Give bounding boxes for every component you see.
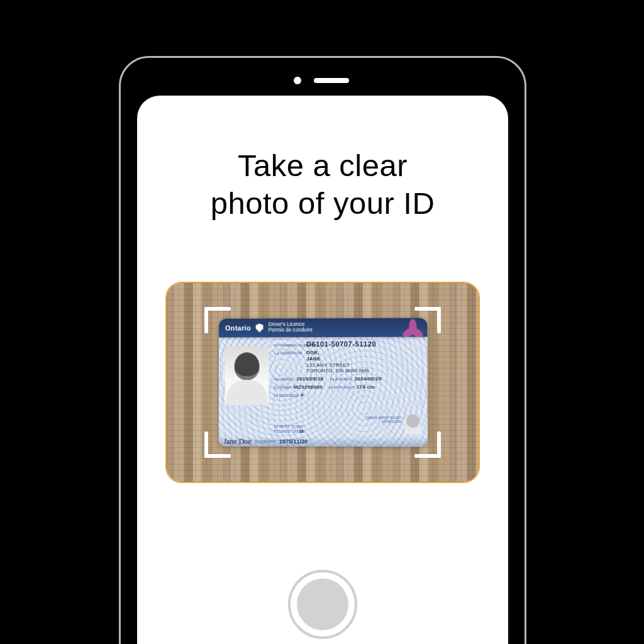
id-hgt: 178 cm bbox=[357, 385, 375, 391]
instruction-line1: Take a clear bbox=[238, 148, 408, 182]
id-iss-label: 4b ISS/DÉL bbox=[274, 377, 294, 381]
id-address2: TORONTO, ON M0M 0M0 bbox=[306, 369, 369, 374]
shutter-button[interactable] bbox=[288, 570, 357, 639]
id-header: Ontario Driver's Licence Permis de condu… bbox=[219, 318, 427, 338]
id-iss: 2019/05/28 bbox=[296, 377, 323, 382]
id-microprint: D6101-50707-51120 1975/11/20 bbox=[366, 416, 401, 424]
id-micro-dob: 1975/11/20 bbox=[366, 420, 401, 425]
id-title-fr: Permis de conduire bbox=[269, 327, 313, 333]
id-exp: 2024/05/29 bbox=[355, 377, 382, 382]
id-class: G bbox=[300, 429, 304, 434]
id-class-block: 12 REST/ COND. 9 CLASS/ CATÉG. G bbox=[274, 424, 304, 434]
camera-viewport[interactable]: Ontario Driver's Licence Permis de condu… bbox=[165, 282, 480, 483]
instruction-text: Take a clear photo of your ID bbox=[137, 147, 508, 223]
id-number: D6101-50707-51120 bbox=[306, 340, 376, 348]
shutter-button-inner-icon bbox=[297, 579, 348, 630]
stage: Take a clear photo of your ID Ontario bbox=[0, 0, 644, 644]
id-dob-label: 3 DOB/DDN bbox=[255, 440, 276, 443]
id-sex-label: 15 SEX/SEXE bbox=[274, 394, 299, 397]
id-ddref-label: 5 DD/REF bbox=[274, 386, 292, 389]
instruction-line2: photo of your ID bbox=[211, 186, 435, 220]
id-rest-label: 12 REST/ COND. bbox=[274, 425, 300, 428]
phone-frame: Take a clear photo of your ID Ontario bbox=[119, 56, 526, 644]
trillium-icon bbox=[404, 320, 421, 336]
id-dob: 1975/11/20 bbox=[279, 438, 308, 445]
id-exp-label: 4a EXP/EXP bbox=[330, 377, 352, 381]
phone-speaker-icon bbox=[314, 78, 349, 83]
id-surname: DOE, bbox=[306, 350, 319, 356]
id-address1: 123 ANY STREET bbox=[306, 363, 350, 369]
id-title: Driver's Licence Permis de conduire bbox=[269, 323, 313, 333]
id-hgt-label: 16 HGT/HAUT bbox=[328, 386, 354, 389]
id-bottom-strip: Jane Doe 3 DOB/DDN 1975/11/20 bbox=[219, 436, 428, 447]
id-sex: F bbox=[301, 393, 304, 399]
id-ddref: MZ0298000 bbox=[294, 385, 322, 391]
id-ghost-photo bbox=[405, 414, 421, 434]
id-number-label: 1d NUMBER/ NUMÉRO bbox=[274, 343, 306, 347]
id-given-name: JANE bbox=[306, 357, 321, 362]
id-card: Ontario Driver's Licence Permis de condu… bbox=[219, 318, 428, 447]
id-signature: Jane Doe bbox=[224, 436, 252, 446]
phone-camera-dot-icon bbox=[294, 77, 301, 84]
id-photo bbox=[225, 346, 269, 405]
id-province: Ontario bbox=[225, 325, 251, 332]
id-name-label: 1,2 NAME/NOM bbox=[274, 351, 306, 355]
id-body: 1d NUMBER/ NUMÉRO D6101-50707-51120 1,2 … bbox=[219, 337, 428, 447]
app-screen: Take a clear photo of your ID Ontario bbox=[137, 96, 508, 644]
id-class-label: 9 CLASS/ CATÉG. bbox=[274, 430, 300, 433]
ontario-shield-icon bbox=[256, 323, 264, 332]
